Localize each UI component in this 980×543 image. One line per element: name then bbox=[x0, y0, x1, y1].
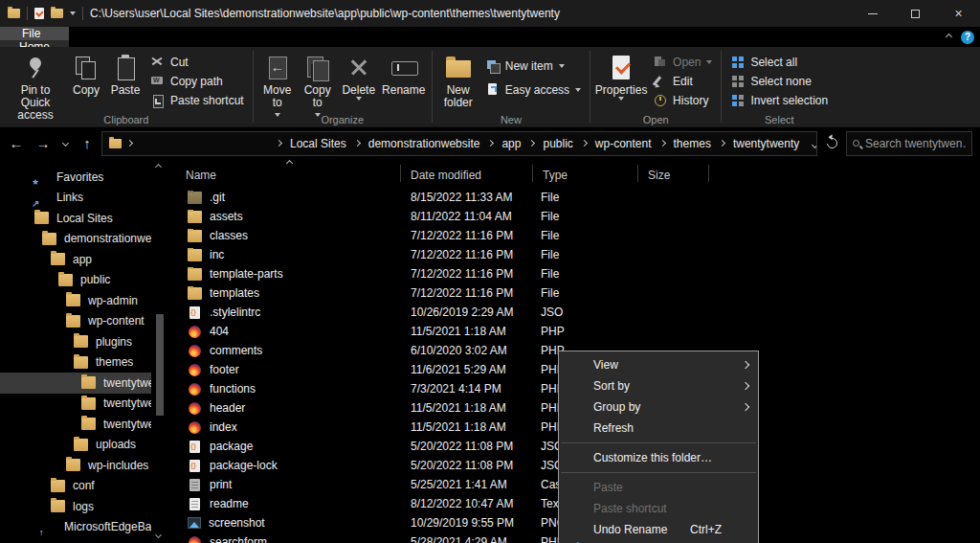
history-button[interactable]: History bbox=[653, 92, 712, 108]
move-to-button[interactable]: Move to bbox=[257, 50, 298, 119]
column-divider[interactable] bbox=[637, 165, 638, 182]
column-header-name[interactable]: Name bbox=[176, 169, 401, 188]
file-type-icon bbox=[189, 479, 200, 491]
sidebar-tree-item[interactable]: demonstrationwebs bbox=[0, 229, 151, 250]
search-input[interactable] bbox=[865, 137, 966, 150]
search-box[interactable] bbox=[846, 131, 972, 156]
sidebar-tree-item[interactable]: Favorites bbox=[0, 167, 151, 188]
pin-to-quick-access-button[interactable]: Pin to Quick access bbox=[4, 50, 67, 124]
file-row[interactable]: 404 11/5/2021 1:18 AM PHP bbox=[176, 322, 980, 341]
context-menu-item[interactable]: Paste shortcut bbox=[559, 498, 758, 519]
delete-button[interactable]: Delete bbox=[338, 50, 380, 102]
scroll-down-icon[interactable] bbox=[155, 532, 162, 538]
breadcrumb-segment[interactable]: public bbox=[521, 137, 572, 150]
open-button[interactable]: Open bbox=[653, 54, 712, 70]
close-icon: × bbox=[954, 7, 962, 20]
up-button[interactable]: ↑ bbox=[75, 131, 100, 156]
folder-icon bbox=[74, 439, 88, 451]
context-menu-item[interactable]: View bbox=[559, 354, 758, 375]
close-button[interactable]: × bbox=[937, 0, 980, 27]
cut-button[interactable]: Cut bbox=[150, 54, 244, 70]
file-row[interactable]: classes 7/12/2022 11:16 PM File bbox=[176, 226, 980, 245]
file-row[interactable]: inc 7/12/2022 11:16 PM File bbox=[176, 245, 980, 264]
context-menu-item[interactable]: Undo Rename Ctrl+Z bbox=[559, 519, 758, 540]
address-dropdown-button[interactable] bbox=[805, 137, 817, 150]
select-none-button[interactable]: Select none bbox=[730, 73, 828, 89]
sidebar-tree-item[interactable]: plugins bbox=[0, 331, 151, 352]
address-bar[interactable]: Local Sites demonstrationwebsite app pub… bbox=[101, 131, 817, 156]
context-menu-item[interactable]: Group by bbox=[559, 396, 758, 418]
sidebar-tree-item[interactable]: logs bbox=[0, 496, 151, 517]
sidebar-tree-item[interactable]: themes bbox=[0, 352, 151, 373]
sidebar-tree-item[interactable]: public bbox=[0, 270, 151, 291]
select-all-button[interactable]: Select all bbox=[730, 54, 828, 70]
context-menu-item[interactable]: Sort by bbox=[559, 375, 758, 396]
breadcrumb-segment[interactable]: demonstrationwebsite bbox=[346, 137, 480, 150]
column-header-size[interactable]: Size bbox=[638, 169, 709, 188]
paste-button[interactable]: Paste bbox=[105, 50, 145, 99]
sidebar-tree-item[interactable]: conf bbox=[0, 476, 151, 497]
context-menu-item[interactable]: Customize this folder… bbox=[559, 447, 758, 468]
sidebar-tree-item[interactable]: twentytwen bbox=[0, 373, 151, 394]
breadcrumb-segment[interactable]: twentytwenty bbox=[711, 137, 799, 150]
dropdown-caret-icon bbox=[559, 64, 565, 68]
sidebar-tree-item[interactable]: wp-content bbox=[0, 311, 151, 332]
sidebar-scrollbar[interactable] bbox=[154, 163, 166, 541]
sidebar-tree-item[interactable]: Links bbox=[0, 188, 151, 209]
breadcrumb-segment[interactable]: app bbox=[479, 137, 521, 150]
edit-button[interactable]: Edit bbox=[653, 73, 712, 89]
breadcrumb-segment[interactable]: themes bbox=[652, 137, 711, 150]
new-item-button[interactable]: New item bbox=[485, 57, 581, 74]
breadcrumb-segment[interactable]: Local Sites bbox=[268, 137, 346, 150]
sidebar-tree-item[interactable]: uploads bbox=[0, 435, 151, 456]
file-type-icon bbox=[189, 345, 201, 357]
refresh-button[interactable] bbox=[819, 131, 844, 156]
recent-locations-caret[interactable] bbox=[57, 131, 73, 156]
column-divider[interactable] bbox=[532, 165, 533, 182]
column-divider[interactable] bbox=[708, 165, 709, 182]
sidebar-tree-item[interactable]: app bbox=[0, 249, 151, 270]
copy-to-button[interactable]: Copy to bbox=[298, 50, 338, 119]
file-row[interactable]: template-parts 7/12/2022 11:16 PM File bbox=[176, 264, 980, 283]
sidebar-tree-item[interactable]: Local Sites bbox=[0, 208, 151, 229]
breadcrumb-segment[interactable]: wp-content bbox=[573, 137, 652, 150]
forward-button[interactable]: → bbox=[31, 131, 56, 156]
properties-button[interactable]: Properties bbox=[594, 50, 648, 102]
file-row[interactable]: templates 7/12/2022 11:16 PM File bbox=[176, 283, 980, 303]
sidebar-tree-item[interactable]: wp-admin bbox=[0, 290, 151, 311]
search-icon bbox=[853, 140, 859, 147]
quick-access-toolbar-caret-icon[interactable] bbox=[70, 11, 76, 15]
select-all-label: Select all bbox=[750, 56, 797, 69]
scroll-up-icon[interactable] bbox=[155, 164, 162, 170]
scrollbar-thumb[interactable] bbox=[156, 314, 164, 416]
file-row[interactable]: .git 8/15/2022 11:33 AM File bbox=[176, 188, 980, 207]
copy-path-button[interactable]: Copy path bbox=[150, 73, 244, 89]
context-menu-item[interactable]: Refresh bbox=[559, 418, 758, 439]
copy-button[interactable]: Copy bbox=[67, 50, 105, 99]
maximize-button[interactable] bbox=[894, 0, 937, 27]
column-header-date-modified[interactable]: Date modified bbox=[401, 169, 533, 188]
ribbon-tab[interactable]: File bbox=[0, 27, 69, 40]
paste-shortcut-button[interactable]: Paste shortcut bbox=[150, 92, 244, 108]
rename-button[interactable]: Rename bbox=[380, 50, 428, 99]
quick-access-newfolder-icon[interactable] bbox=[51, 9, 63, 18]
back-button[interactable]: ← bbox=[4, 131, 29, 156]
sidebar-tree-item[interactable]: twentytwen bbox=[0, 394, 151, 415]
help-icon[interactable]: ? bbox=[961, 31, 974, 44]
context-menu-item[interactable]: Paste bbox=[559, 477, 758, 498]
column-divider[interactable] bbox=[400, 165, 401, 182]
easy-access-button[interactable]: Easy access bbox=[485, 81, 581, 98]
sidebar-tree-item[interactable]: twentytwen bbox=[0, 414, 151, 435]
collapse-ribbon-icon[interactable] bbox=[946, 34, 952, 40]
paste-label: Paste bbox=[111, 84, 141, 97]
column-header-type[interactable]: Type bbox=[533, 169, 638, 188]
file-row[interactable]: .stylelintrc 10/26/2019 2:29 AM JSO bbox=[176, 303, 980, 322]
sidebar-tree-item[interactable]: MicrosoftEdgeBacku bbox=[0, 517, 151, 538]
new-folder-button[interactable]: New folder bbox=[436, 50, 480, 111]
quick-access-properties-icon[interactable] bbox=[34, 8, 44, 19]
folder-icon bbox=[81, 376, 96, 389]
sidebar-tree-item[interactable]: wp-includes bbox=[0, 455, 151, 476]
file-row[interactable]: assets 8/11/2022 11:04 AM File bbox=[176, 207, 980, 226]
invert-selection-button[interactable]: Invert selection bbox=[730, 92, 828, 108]
minimize-button[interactable] bbox=[851, 0, 894, 27]
